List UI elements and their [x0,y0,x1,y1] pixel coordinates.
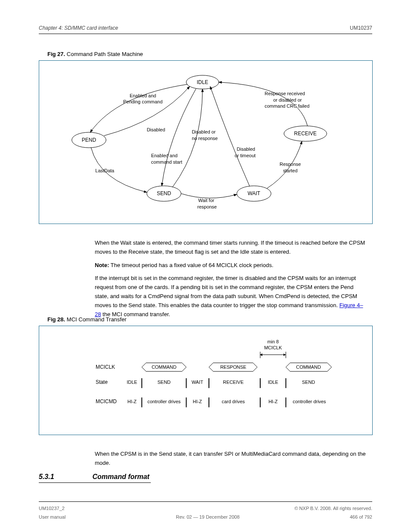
r3-ctrl1: controller drives [147,399,181,404]
node-receive: RECEIVE [294,131,317,137]
node-idle: IDLE [197,79,209,85]
edge-send-wait-1: Wait for [198,198,215,203]
r1-command2: COMMAND [296,364,321,370]
footer-doc-id: UM10237_2 [39,506,65,511]
r3-card: card drives [222,399,245,404]
edge-recv-idle-2: or disabled or [273,97,302,103]
footer-copyright: © NXP B.V. 2008. All rights reserved. [294,506,372,511]
figure2-caption: Fig 28. MCI Command Transfer [47,316,127,323]
r3-hiz2: HI-Z [193,399,202,404]
edge-wait-recv-1: Response [280,162,301,167]
r2-receive: RECEIVE [223,380,244,385]
subheading-number: 5.3.1 [39,473,90,481]
subheading-command-format: 5.3.1 Command format [39,473,149,481]
r2-wait: WAIT [192,380,203,385]
edge-wait-recv-2: started [283,168,297,173]
header-divider [39,34,372,34]
figure1-state-machine: IDLE PEND SEND WAIT RECEIVE Enabled and … [39,60,373,224]
edge-send-idle-2: no response [192,136,218,141]
note-label: Note: [95,262,109,268]
r3-hiz1: HI-Z [128,399,137,404]
edge-send-idle-1: Disabled or [192,129,216,134]
footer-divider [39,501,372,502]
body-paragraph-2: When the CPSM is in the Send state, it c… [95,450,366,468]
r1-response: RESPONSE [220,364,246,370]
row-label-state: State [96,379,108,385]
r2-idle1: IDLE [127,380,137,385]
node-send: SEND [157,190,171,196]
r3-hiz3: HI-Z [268,399,278,404]
para1-a: When the Wait state is entered, the comm… [95,239,366,257]
doc-code: UM10237 [350,25,372,31]
footer-page: 466 of 792 [350,514,372,520]
edge-pend-idle: Disabled [147,127,165,132]
subheading-underline [39,482,151,483]
para1-b: If the interrupt bit is set in the comma… [95,274,366,319]
edge-send-wait-2: response [197,204,217,209]
note-text: The timeout period has a fixed value of … [111,262,274,268]
node-pend: PEND [82,137,97,143]
para1-note: Note: The timeout period has a fixed val… [95,261,366,270]
edge-idle-pend-1: Enabled and [130,93,156,98]
edge-idle-send-1: Enabled and [151,153,177,158]
body-paragraph-1: When the Wait state is entered, the comm… [95,239,366,319]
r2-idle2: IDLE [268,380,278,385]
node-wait: WAIT [248,190,261,196]
r2-send1: SEND [158,380,171,385]
figure2-timing-diagram: min 8 MCICLK MCICLK State MCICMD COMMAND… [39,326,373,435]
para1-b-prefix: If the interrupt bit is set in the comma… [95,275,357,308]
edge-wait-idle-1: Disabled [237,146,255,152]
figure1-caption: Fig 27. Command Path State Machine [47,51,143,57]
figure1-caption-text: Command Path State Machine [67,51,143,57]
edge-idle-pend-2: Pending command [123,99,162,104]
edge-pend-send: LastData [95,168,115,173]
min8-label: min 8 [267,339,279,344]
footer-usermanual: User manual [39,514,65,520]
figure1-number: Fig 27. [47,51,65,57]
para2-text: When the CPSM is in the Send state, it c… [95,450,366,468]
min8-mciclk: MCICLK [264,345,282,350]
r2-send2: SEND [302,380,315,385]
figure2-number: Fig 28. [47,316,65,323]
edge-recv-idle-3: command CRC failed [265,103,309,109]
row-label-mcicmd: MCICMD [96,398,117,404]
subheading-title: Command format [92,473,149,480]
footer-rights: © NXP B.V. 2008. All rights reserved. [294,506,372,511]
edge-recv-idle-1: Response received [265,91,305,96]
row-label-mciclk: MCICLK [96,364,115,370]
r1-command1: COMMAND [152,364,177,370]
edge-idle-send-2: command start [151,159,182,165]
footer-info: User manual Rev. 02 — 19 December 2008 4… [39,514,372,520]
chapter-title: Chapter 4: SD/MMC card interface [39,25,118,31]
r3-ctrl2: controller drives [293,399,327,404]
edge-wait-idle-2: or timeout [235,153,256,158]
figure2-caption-text: MCI Command Transfer [67,316,127,323]
footer-revdate: Rev. 02 — 19 December 2008 [176,514,240,520]
